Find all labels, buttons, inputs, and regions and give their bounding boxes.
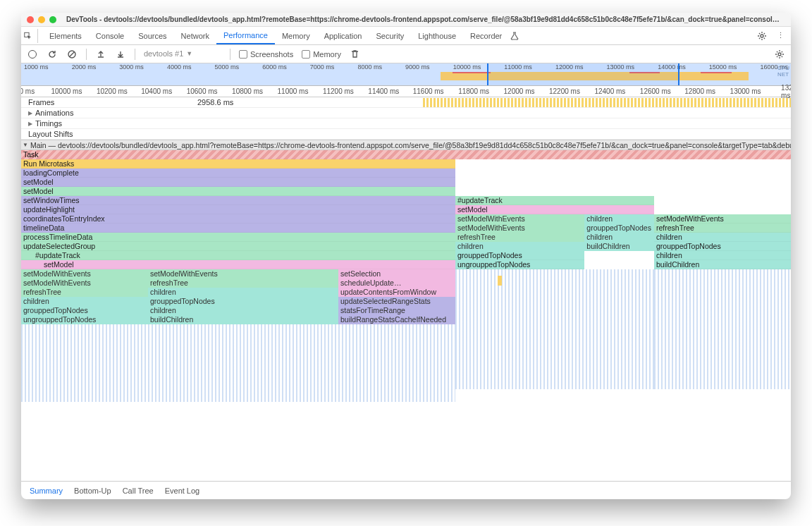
flame-bar[interactable]: setModel [455,205,654,214]
flame-bar[interactable]: setModelWithEvents [148,269,338,279]
flame-bar[interactable]: timelineData [21,224,455,233]
layout-shifts-track[interactable]: Layout Shifts [21,129,791,140]
flame-bar[interactable]: updateContentsFromWindow [338,288,455,297]
flame-bar[interactable]: scheduleUpdate…entsFromWindow [338,279,455,288]
minimize-icon[interactable] [38,16,45,23]
flame-bar[interactable]: buildRangeStatsCacheIfNeeded [338,315,455,324]
titlebar: DevTools - devtools://devtools/bundled/d… [21,13,791,27]
tab-performance[interactable]: Performance [216,27,275,44]
flame-dense-region[interactable] [455,269,654,389]
flame-bar[interactable]: refreshTree [148,279,338,288]
main-thread-header[interactable]: ▼ Main — devtools://devtools/bundled/dev… [21,140,791,150]
frames-label: Frames [28,98,54,106]
flame-bar[interactable]: refreshTree [455,233,584,242]
flame-bar[interactable]: coordinatesToEntryIndex [21,214,455,224]
flame-bar[interactable]: setModelWithEvents [21,279,148,288]
timings-track[interactable]: ▶Timings [21,118,791,129]
timeline-ruler[interactable]: 9800 ms 10000 ms 10200 ms 10400 ms 10600… [21,86,791,97]
window-title: DevTools - devtools://devtools/bundled/d… [61,16,785,23]
details-tab-bottomup[interactable]: Bottom-Up [74,487,111,495]
recordings-dropdown[interactable]: devtools #1 ▼ [144,49,221,59]
reload-record-button[interactable] [47,49,58,60]
timeline-overview[interactable]: 1000 ms2000 ms3000 ms4000 ms 5000 ms6000… [21,63,791,86]
flame-bar[interactable]: children [584,214,654,224]
overview-selection-handle[interactable] [487,63,679,85]
animations-track[interactable]: ▶Animations [21,108,791,118]
flame-bar[interactable]: refreshTree [654,224,791,233]
flame-bar[interactable]: buildChildren [148,315,338,324]
flame-dense-region[interactable] [654,269,791,389]
tab-console[interactable]: Console [89,27,131,44]
inspect-element-icon[interactable] [24,29,38,43]
flame-bar[interactable]: setWindowTimes [21,196,455,205]
flame-bar[interactable]: grouppedTopNodes [21,306,148,315]
record-button[interactable] [27,49,38,60]
details-tab-calltree[interactable]: Call Tree [123,487,154,495]
flame-bar[interactable]: grouppedTopNodes [455,251,584,260]
tab-memory[interactable]: Memory [275,27,317,44]
capture-settings-gear-icon[interactable] [774,49,785,60]
more-menu-icon[interactable]: ⋮ [773,31,788,40]
flame-bar[interactable]: statsForTimeRange [338,306,455,315]
flame-bar-task[interactable]: Task [21,150,455,159]
flame-bar[interactable]: setModelWithEvents [654,214,791,224]
flame-bar[interactable]: refreshTree [21,288,148,297]
animations-label: Animations [35,109,73,117]
settings-gear-icon[interactable] [757,31,773,41]
details-tab-summary[interactable]: Summary [30,487,63,495]
beaker-icon[interactable] [510,32,519,40]
tab-network[interactable]: Network [174,27,216,44]
flame-bar[interactable]: children [654,251,791,260]
close-icon[interactable] [27,16,34,23]
flame-bar[interactable]: grouppedTopNodes [148,297,338,306]
screenshots-checkbox[interactable]: Screenshots [239,50,293,59]
flame-bar[interactable]: setSelection [338,269,455,279]
flame-bar[interactable]: setModel [21,260,455,269]
flame-bar[interactable]: buildChildren [584,242,654,251]
flame-bar[interactable]: #updateTrack [455,196,654,205]
flame-bar[interactable]: buildChildren [654,260,791,269]
flame-bar[interactable]: grouppedTopNodes [584,224,654,233]
flame-bar[interactable]: ungrouppedTopNodes [21,315,148,324]
tab-recorder[interactable]: Recorder [463,27,509,44]
flame-bar[interactable]: setModel [21,178,455,187]
frames-track[interactable]: Frames 2958.6 ms [21,97,791,108]
details-tab-eventlog[interactable]: Event Log [165,487,200,495]
checkbox-icon [302,50,310,59]
flame-bar[interactable]: ungrouppedTopNodes [455,260,584,269]
flame-bar[interactable]: grouppedTopNodes [654,242,791,251]
flame-bar[interactable]: children [654,233,791,242]
flame-bar[interactable]: processTimelineData [21,233,455,242]
tab-elements[interactable]: Elements [42,27,89,44]
memory-checkbox[interactable]: Memory [302,50,341,59]
flame-bar-microtasks[interactable]: Run Microtasks [21,159,455,169]
flame-chart[interactable]: Task Run Microtasks loadingComplete setM… [21,150,791,481]
flame-bar[interactable]: children [455,242,584,251]
flame-bar[interactable]: setModelWithEvents [21,269,148,279]
tab-lighthouse[interactable]: Lighthouse [411,27,463,44]
toolbar-divider [135,49,135,60]
tab-security[interactable]: Security [369,27,411,44]
flame-dense-region[interactable] [21,324,455,402]
flame-bar[interactable]: children [148,288,338,297]
save-profile-button[interactable] [115,49,126,60]
flame-bar[interactable]: updateSelectedGroup [21,242,455,251]
flame-bar[interactable]: children [148,306,338,315]
flame-bar[interactable]: #updateTrack [21,251,455,260]
clear-button[interactable] [66,49,78,60]
flame-bar[interactable]: updateHighlight [21,205,455,214]
load-profile-button[interactable] [95,49,106,60]
maximize-icon[interactable] [49,16,56,23]
flame-bar[interactable]: loadingComplete [21,169,455,178]
flame-yellow-marker [498,276,502,286]
flame-bar[interactable]: setModelWithEvents [455,224,584,233]
flame-bar[interactable]: children [584,233,654,242]
tab-sources[interactable]: Sources [131,27,173,44]
garbage-collect-button[interactable] [350,49,361,60]
flame-bar[interactable]: children [21,297,148,306]
flame-bar[interactable]: setModelWithEvents [455,214,584,224]
flame-bar[interactable]: setModel [21,187,455,196]
flame-bar[interactable]: updateSelectedRangeStats [338,297,455,306]
chevron-down-icon: ▼ [186,50,192,57]
tab-application[interactable]: Application [317,27,369,44]
